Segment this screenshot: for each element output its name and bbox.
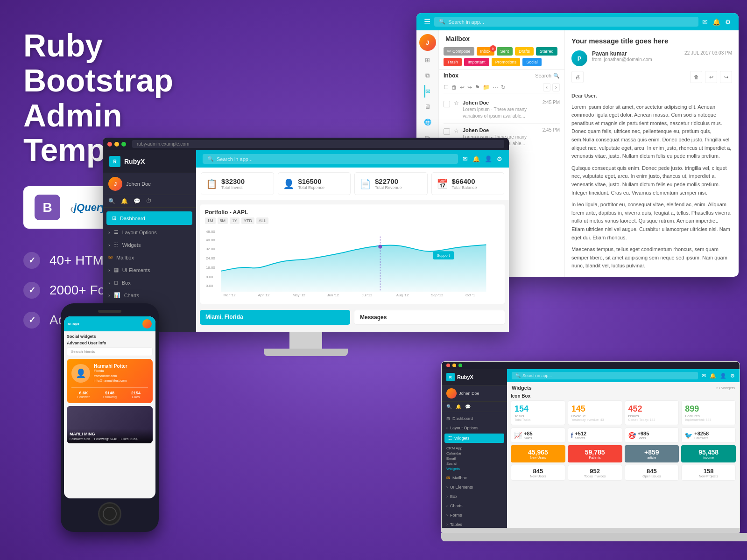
features-label: Features bbox=[685, 414, 732, 418]
trash-btn[interactable]: Trash bbox=[444, 58, 462, 66]
quick-bell-icon[interactable]: 🔔 bbox=[121, 198, 128, 204]
nav-copy-icon[interactable]: ⧉ bbox=[425, 69, 430, 82]
inbox-search[interactable]: Search 🔍 bbox=[535, 73, 560, 79]
laptop-sub1[interactable]: CRM App bbox=[446, 446, 502, 450]
drafts-btn[interactable]: Drafts bbox=[515, 47, 534, 56]
delete-icon[interactable]: 🗑 bbox=[451, 84, 457, 91]
laptop-dot-red bbox=[446, 364, 450, 367]
laptop-menu-tables[interactable]: ›Tables bbox=[442, 520, 507, 528]
tab-ytd[interactable]: YTD bbox=[241, 217, 254, 224]
flag-icon[interactable]: ⚑ bbox=[475, 84, 480, 91]
laptop-menu-dashboard[interactable]: ⊞Dashboard bbox=[442, 414, 507, 423]
portfolio-chart: 48.00 40.00 32.00 24.00 16.00 8.00 0.00 … bbox=[205, 227, 500, 299]
laptop-bell-icon-topbar[interactable]: 🔔 bbox=[710, 373, 716, 379]
promotions-btn[interactable]: Promotions bbox=[492, 58, 521, 66]
inbox-btn[interactable]: Inbox 9 bbox=[477, 47, 494, 56]
laptop-menu-layout[interactable]: ›Layout Options bbox=[442, 423, 507, 433]
reply-icon[interactable]: ↩ bbox=[460, 84, 465, 91]
laptop-menu-charts[interactable]: ›Charts bbox=[442, 501, 507, 511]
nav-mail-active-icon[interactable]: ✉ bbox=[424, 85, 430, 98]
mail-checkbox-1[interactable] bbox=[444, 101, 450, 107]
balance-label: Total Balance bbox=[452, 185, 477, 190]
laptop-menu-widgets[interactable]: ☷Widgets bbox=[444, 434, 504, 443]
tab-6m[interactable]: 6M bbox=[218, 217, 228, 224]
tab-1y[interactable]: 1Y bbox=[230, 217, 240, 224]
menu-item-charts[interactable]: › 📊 Charts bbox=[103, 289, 196, 301]
laptop-menu-box[interactable]: ›Box bbox=[442, 492, 507, 501]
tab-all[interactable]: ALL bbox=[256, 217, 268, 224]
social-btn[interactable]: Social bbox=[522, 58, 542, 66]
settings-icon: ⚙ bbox=[725, 18, 731, 26]
menu-item-ui[interactable]: › ▦ UI Elements bbox=[103, 264, 196, 276]
monitor-neck bbox=[289, 332, 322, 349]
laptop-quick-chat[interactable]: 💬 bbox=[465, 404, 471, 409]
menu-item-box[interactable]: › ◻ Box bbox=[103, 276, 196, 289]
topbar-settings-icon[interactable]: ⚙ bbox=[497, 155, 502, 162]
laptop-sub3[interactable]: Email bbox=[446, 456, 502, 461]
tab-1m[interactable]: 1M bbox=[205, 217, 216, 224]
compose-btn[interactable]: ✉Compose bbox=[444, 47, 474, 56]
quick-clock-icon[interactable]: ⏱ bbox=[146, 198, 152, 204]
laptop-search[interactable]: 🔍 Search in app... bbox=[512, 372, 698, 379]
map-card[interactable]: Miami, Florida bbox=[200, 310, 350, 325]
bottom-stat-label-1: New Users bbox=[514, 475, 563, 478]
more-icon[interactable]: ⋯ bbox=[493, 84, 498, 91]
mail-star-2[interactable]: ☆ bbox=[454, 127, 459, 134]
icon-box-cards: 154 Tasks Total Tasks 145 Overdue Yester… bbox=[507, 400, 740, 427]
laptop-sub5[interactable]: Widgets bbox=[446, 467, 502, 471]
laptop-gear-icon-topbar[interactable]: ⚙ bbox=[730, 373, 735, 379]
refresh-icon[interactable]: ↻ bbox=[501, 84, 506, 91]
forward-msg-icon[interactable]: ↪ bbox=[720, 71, 732, 83]
svg-text:Apr '12: Apr '12 bbox=[258, 293, 270, 297]
quick-chat-icon[interactable]: 💬 bbox=[134, 198, 141, 204]
sent-btn[interactable]: Sent bbox=[497, 47, 513, 56]
nav-monitor-icon[interactable]: 🖥 bbox=[424, 100, 430, 113]
topbar-bell-icon[interactable]: 🔔 bbox=[472, 155, 480, 162]
admin-search-bar[interactable]: 🔍 Search in app... bbox=[203, 154, 458, 164]
laptop-user-icon-topbar[interactable]: 👤 bbox=[720, 373, 726, 379]
reply-msg-icon[interactable]: ↩ bbox=[705, 71, 717, 83]
color-stat-users-label: New Users bbox=[514, 456, 562, 459]
svg-text:24.00: 24.00 bbox=[206, 256, 215, 260]
mail-item-1[interactable]: ☆ Johen Doe Lorem ipsum - There are many… bbox=[444, 96, 560, 124]
checkbox-all-icon[interactable]: ☐ bbox=[444, 84, 449, 91]
messages-card[interactable]: Messages bbox=[354, 310, 505, 325]
delete-msg-icon[interactable]: 🗑 bbox=[690, 71, 702, 83]
laptop-quick-search[interactable]: 🔍 bbox=[446, 404, 452, 409]
mail-sender-1: Johen Doe bbox=[463, 100, 539, 105]
laptop-menu-forms[interactable]: ›Forms bbox=[442, 511, 507, 520]
topbar-mail-icon[interactable]: ✉ bbox=[463, 155, 468, 162]
starred-btn[interactable]: Starred bbox=[536, 47, 557, 56]
phone-home-button[interactable] bbox=[98, 502, 121, 525]
next-page-btn[interactable]: › bbox=[552, 83, 560, 91]
menu-item-dashboard[interactable]: ⊞ Dashboard bbox=[106, 211, 192, 225]
prev-page-btn[interactable]: ‹ bbox=[543, 83, 550, 91]
search-placeholder: Search in app... bbox=[448, 19, 484, 25]
mail-star-1[interactable]: ☆ bbox=[454, 100, 459, 106]
mailbox-search[interactable]: 🔍 Search in app... bbox=[434, 17, 698, 27]
quick-search-icon[interactable]: 🔍 bbox=[108, 198, 115, 204]
menu-item-widgets[interactable]: › ☷ Widgets bbox=[103, 238, 196, 251]
color-stat-users-num: 45,965 bbox=[514, 448, 562, 456]
forward-icon[interactable]: ↪ bbox=[467, 84, 472, 91]
monitor-base bbox=[264, 349, 348, 356]
print-icon[interactable]: 🖨 bbox=[571, 71, 584, 83]
laptop-menu-mailbox[interactable]: ✉Mailbox bbox=[442, 473, 507, 483]
topbar-user-icon[interactable]: 👤 bbox=[485, 155, 492, 162]
phone-topbar: RubyX bbox=[64, 316, 155, 331]
laptop-quick-bell[interactable]: 🔔 bbox=[456, 404, 461, 409]
menu-item-mailbox[interactable]: ✉ Mailbox bbox=[103, 251, 196, 264]
phone-search-bar[interactable]: Search friends bbox=[67, 347, 153, 356]
inbox-label: Inbox bbox=[444, 72, 458, 79]
important-btn[interactable]: Important bbox=[464, 58, 489, 66]
folder-icon[interactable]: 📁 bbox=[483, 84, 490, 91]
menu-item-layout[interactable]: › ☰ Layout Options bbox=[103, 226, 196, 238]
laptop-menu-ui[interactable]: ›UI Elements bbox=[442, 483, 507, 492]
laptop-sub4[interactable]: Social bbox=[446, 462, 502, 466]
nav-grid-icon[interactable]: ⊞ bbox=[425, 54, 430, 66]
laptop-sub2[interactable]: Calendar bbox=[446, 451, 502, 455]
pagination: ‹ › bbox=[543, 83, 560, 91]
laptop-mail-icon-topbar[interactable]: ✉ bbox=[702, 373, 706, 379]
nav-globe-icon[interactable]: 🌐 bbox=[424, 116, 431, 128]
mail-checkbox-2[interactable] bbox=[444, 128, 450, 135]
